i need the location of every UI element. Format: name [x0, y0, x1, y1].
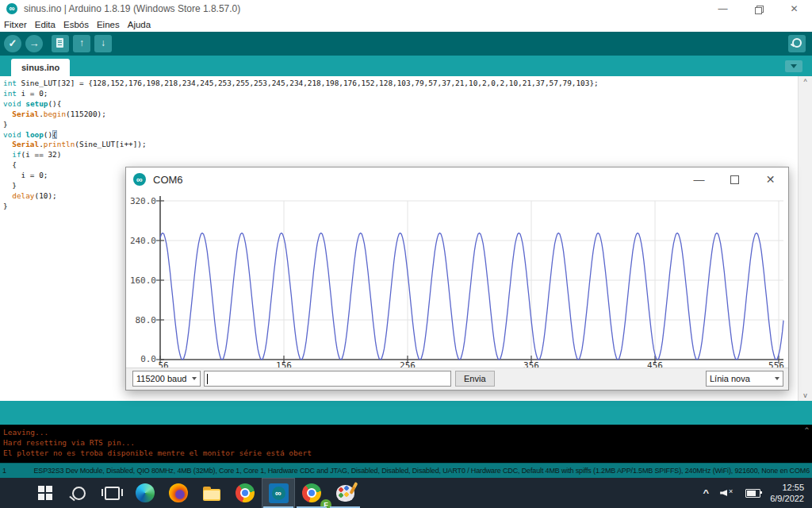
scroll-up-icon[interactable]: ^ [799, 78, 812, 86]
console-line: Hard resetting via RTS pin... [3, 437, 812, 448]
clock-time: 12:55 [770, 482, 804, 493]
line-number: 1 [2, 467, 6, 475]
plotter-window-title: COM6 [153, 174, 183, 186]
task-view-icon [105, 487, 120, 500]
restore-button[interactable] [741, 0, 776, 17]
toolbar: ✓ → ↑ ↓ [0, 32, 812, 56]
plotter-title-bar[interactable]: ∞ COM6 — ✕ [126, 167, 788, 191]
plotter-maximize-button[interactable] [717, 171, 753, 188]
status-bar: 1 ESP32S3 Dev Module, Disabled, QIO 80MH… [0, 463, 812, 478]
baud-rate-value: 115200 baud [136, 374, 186, 383]
text-cursor [207, 374, 208, 384]
taskbar-chrome-profile[interactable]: F [295, 478, 328, 508]
menu-help[interactable]: Ajuda [124, 20, 155, 29]
chrome-icon [236, 483, 255, 502]
taskbar-firefox[interactable] [162, 478, 195, 508]
taskbar-search-button[interactable] [62, 478, 95, 508]
taskbar-edge[interactable] [128, 478, 162, 508]
serial-plotter-window: ∞ COM6 — ✕ 320.0 240.0 160.0 80.0 0.0 56… [125, 167, 789, 391]
tab-strip: sinus.ino [0, 56, 812, 76]
close-button[interactable]: ✕ [776, 0, 812, 17]
tab-sinus-ino[interactable]: sinus.ino [11, 59, 70, 76]
y-tick-label: 240.0 [126, 236, 156, 246]
magnifier-icon [792, 38, 802, 48]
chevron-down-icon [192, 377, 197, 380]
folder-icon [203, 489, 220, 501]
plot-area: 320.0 240.0 160.0 80.0 0.0 56 156 256 35… [126, 191, 788, 370]
windows-logo-icon [38, 486, 52, 500]
arduino-logo-icon: ∞ [6, 3, 17, 14]
board-info: ESP32S3 Dev Module, Disabled, QIO 80MHz,… [33, 467, 810, 475]
arrow-up-icon: ↑ [79, 37, 84, 48]
task-view-button[interactable] [95, 478, 128, 508]
arduino-logo-icon: ∞ [133, 173, 146, 186]
taskbar-paint[interactable] [328, 478, 362, 508]
app-title-bar: ∞ sinus.ino | Arduino 1.8.19 (Windows St… [0, 0, 812, 17]
editor-scrollbar[interactable]: ^ v [798, 76, 812, 401]
firefox-icon [169, 483, 188, 502]
taskbar-clock[interactable]: 12:55 6/9/2022 [770, 482, 804, 504]
menu-tools[interactable]: Eines [93, 20, 124, 29]
save-button[interactable]: ↓ [94, 35, 112, 52]
edge-icon [136, 483, 155, 502]
arduino-icon: ∞ [269, 483, 289, 503]
scroll-up-icon[interactable]: ^ [802, 425, 812, 436]
y-tick-label: 160.0 [126, 275, 156, 286]
document-icon [56, 38, 63, 48]
minimize-button[interactable]: — [705, 0, 741, 17]
plotter-minimize-button[interactable]: — [681, 171, 717, 188]
menu-edit[interactable]: Edita [31, 20, 59, 29]
new-sketch-button[interactable] [52, 35, 69, 52]
taskbar-arduino[interactable]: ∞ [262, 478, 295, 508]
chrome-icon [302, 483, 321, 502]
chevron-down-icon [791, 64, 797, 68]
volume-muted-icon[interactable]: × [720, 487, 734, 498]
chevron-down-icon [775, 377, 779, 380]
restore-icon [755, 6, 762, 13]
output-console: Leaving... Hard resetting via RTS pin...… [0, 425, 812, 463]
taskbar-chrome[interactable] [228, 478, 262, 508]
window-title: sinus.ino | Arduino 1.8.19 (Windows Stor… [24, 3, 240, 14]
plotter-close-button[interactable]: ✕ [753, 171, 788, 188]
windows-taskbar: ∞ F ^ × 12:55 6/9/2022 [0, 478, 812, 508]
y-tick-label: 320.0 [126, 196, 156, 206]
tab-list-dropdown-button[interactable] [785, 60, 802, 72]
paint-icon [336, 485, 354, 502]
arrow-down-icon: ↓ [101, 37, 105, 48]
maximize-icon [730, 175, 739, 184]
line-ending-select[interactable]: Línia nova [706, 371, 783, 387]
open-button[interactable]: ↑ [73, 35, 90, 52]
scroll-down-icon[interactable]: v [799, 391, 812, 399]
taskbar-file-explorer[interactable] [195, 478, 228, 508]
menu-sketch[interactable]: Esbós [59, 20, 93, 29]
console-scrollbar[interactable]: ^ [802, 425, 812, 463]
baud-rate-select[interactable]: 115200 baud [132, 371, 201, 387]
system-tray: ^ × 12:55 6/9/2022 [703, 478, 812, 508]
plotter-controls-bar: 115200 baud Envia Línia nova [126, 368, 788, 390]
upload-button[interactable]: → [25, 35, 43, 52]
plot-canvas [126, 191, 788, 370]
send-button[interactable]: Envia [455, 371, 495, 387]
clock-date: 6/9/2022 [770, 493, 804, 504]
send-text-input[interactable] [204, 371, 451, 387]
menu-bar: Fitxer Edita Esbós Eines Ajuda [0, 17, 812, 32]
menu-file[interactable]: Fitxer [0, 20, 31, 29]
search-icon [72, 487, 86, 500]
tray-expand-icon[interactable]: ^ [703, 488, 710, 498]
y-tick-label: 0.0 [126, 354, 156, 364]
y-tick-label: 80.0 [126, 315, 156, 325]
console-line: El plotter no es troba disponible mentre… [3, 448, 812, 458]
verify-button[interactable]: ✓ [4, 35, 21, 52]
battery-icon[interactable] [745, 489, 760, 498]
status-message-strip [0, 401, 812, 425]
start-button[interactable] [29, 478, 62, 508]
serial-monitor-button[interactable] [788, 35, 806, 52]
line-ending-value: Línia nova [710, 374, 750, 383]
console-line: Leaving... [3, 427, 812, 437]
